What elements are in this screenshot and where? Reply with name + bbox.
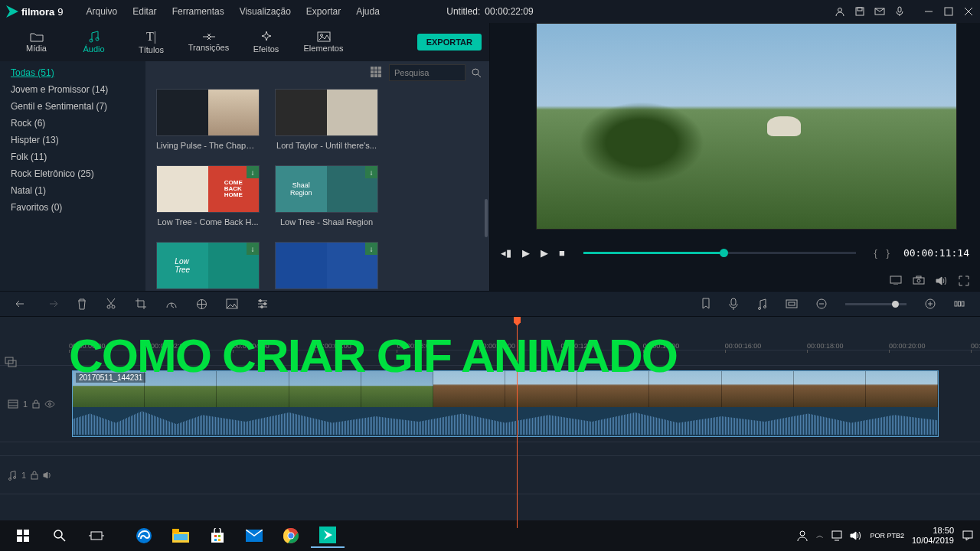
message-icon[interactable] bbox=[874, 6, 885, 17]
svg-rect-53 bbox=[17, 536, 22, 542]
mark-in-out-icon[interactable]: { } bbox=[874, 247, 893, 259]
sidebar-item-hipster[interactable]: Hispter (13) bbox=[0, 132, 145, 148]
store-app-icon[interactable] bbox=[201, 523, 234, 548]
close-icon[interactable] bbox=[963, 6, 974, 17]
lock-icon[interactable] bbox=[31, 471, 38, 480]
play-icon[interactable]: ▶ bbox=[522, 247, 530, 259]
notifications-icon[interactable] bbox=[962, 530, 974, 542]
people-icon[interactable] bbox=[796, 530, 808, 542]
green-screen-icon[interactable] bbox=[226, 298, 238, 309]
search-icon[interactable] bbox=[472, 68, 482, 78]
mail-app-icon[interactable] bbox=[237, 523, 271, 548]
prev-frame-icon[interactable]: ◂▮ bbox=[501, 247, 511, 259]
zoom-out-icon[interactable] bbox=[816, 298, 827, 309]
save-icon[interactable] bbox=[854, 6, 865, 17]
search-input[interactable]: Pesquisa bbox=[389, 64, 466, 81]
menu-visualizacao[interactable]: Visualização bbox=[232, 2, 299, 21]
sidebar-item-favoritos[interactable]: Favoritos (0) bbox=[0, 199, 145, 216]
record-icon[interactable] bbox=[729, 298, 738, 310]
download-icon[interactable]: ↓ bbox=[365, 243, 377, 255]
audio-item[interactable]: Lord Taylor - Until there's... bbox=[275, 89, 378, 150]
crop-icon[interactable] bbox=[135, 298, 147, 310]
stop-icon[interactable]: ■ bbox=[559, 247, 565, 259]
doc-name: Untitled: bbox=[446, 6, 480, 17]
search-button[interactable] bbox=[43, 523, 77, 548]
network-icon[interactable] bbox=[831, 530, 842, 541]
redo-icon[interactable] bbox=[46, 298, 58, 309]
task-view-button[interactable] bbox=[80, 523, 113, 548]
undo-icon[interactable] bbox=[15, 298, 28, 309]
edge-app-icon[interactable] bbox=[127, 523, 161, 548]
start-button[interactable] bbox=[6, 523, 40, 548]
sidebar-item-gentil[interactable]: Gentil e Sentimental (7) bbox=[0, 98, 145, 115]
export-button[interactable]: EXPORTAR bbox=[417, 34, 482, 51]
sidebar-item-folk[interactable]: Folk (11) bbox=[0, 148, 145, 165]
zoom-fit-icon[interactable] bbox=[954, 298, 965, 309]
scrollbar[interactable] bbox=[485, 199, 488, 237]
adjust-icon[interactable] bbox=[256, 298, 269, 309]
zoom-slider[interactable] bbox=[845, 303, 906, 305]
color-icon[interactable] bbox=[196, 298, 207, 310]
tab-audio[interactable]: Áudio bbox=[65, 28, 122, 57]
filmora-app-icon[interactable] bbox=[311, 523, 345, 548]
volume-icon[interactable] bbox=[936, 276, 948, 286]
chrome-app-icon[interactable] bbox=[274, 523, 308, 548]
audio-track-1[interactable]: 1 bbox=[0, 456, 980, 494]
fullscreen-icon[interactable] bbox=[959, 276, 969, 286]
tray-chevron-icon[interactable]: ︿ bbox=[816, 530, 824, 541]
sidebar-item-eletronico[interactable]: Rock Eletrônico (25) bbox=[0, 165, 145, 182]
account-icon[interactable] bbox=[835, 6, 845, 17]
cut-icon[interactable] bbox=[106, 298, 116, 310]
download-icon[interactable]: ↓ bbox=[365, 166, 377, 178]
menu-exportar[interactable]: Exportar bbox=[299, 2, 348, 21]
tab-transicoes[interactable]: Transições bbox=[180, 29, 237, 55]
tray-volume-icon[interactable] bbox=[850, 530, 862, 541]
thumb-label: Lord Taylor - Until there's... bbox=[275, 141, 378, 150]
tab-midia[interactable]: Mídia bbox=[8, 28, 65, 56]
zoom-in-icon[interactable] bbox=[925, 298, 936, 309]
sidebar-item-jovem[interactable]: Jovem e Promissor (14) bbox=[0, 81, 145, 98]
tab-titulos[interactable]: T|Títulos bbox=[122, 27, 180, 57]
svg-rect-39 bbox=[959, 302, 961, 306]
preview-viewport[interactable] bbox=[536, 23, 957, 230]
audio-item[interactable]: Living Pulse - The Chapm... bbox=[156, 89, 260, 150]
render-icon[interactable] bbox=[786, 299, 798, 308]
audio-item[interactable]: ShaalRegion↓Low Tree - Shaal Region bbox=[275, 165, 378, 227]
menu-editar[interactable]: Editar bbox=[125, 2, 164, 21]
language-indicator[interactable]: POR PTB2 bbox=[870, 533, 904, 540]
download-icon[interactable]: ↓ bbox=[247, 166, 259, 178]
progress-bar[interactable] bbox=[583, 252, 856, 254]
sidebar-item-rock[interactable]: Rock (6) bbox=[0, 115, 145, 132]
explorer-app-icon[interactable] bbox=[164, 523, 198, 548]
svg-rect-63 bbox=[174, 534, 188, 540]
audio-item[interactable]: ↓ bbox=[275, 242, 378, 289]
mixer-icon[interactable] bbox=[756, 298, 767, 310]
snapshot-icon[interactable] bbox=[913, 276, 925, 286]
mic-icon[interactable] bbox=[894, 6, 905, 17]
menu-arquivo[interactable]: Arquivo bbox=[79, 2, 126, 21]
eye-icon[interactable] bbox=[44, 400, 55, 408]
audio-item[interactable]: COMEBACKHOME↓Low Tree - Come Back H... bbox=[156, 165, 260, 227]
thumb-label: Living Pulse - The Chapm... bbox=[156, 141, 260, 150]
grid-view-icon[interactable] bbox=[371, 67, 383, 79]
sidebar-item-todas[interactable]: Todas (51) bbox=[0, 64, 145, 81]
speaker-icon[interactable] bbox=[43, 471, 54, 480]
tab-efeitos[interactable]: Efeitos bbox=[237, 28, 295, 57]
audio-item[interactable]: LowTree↓ bbox=[156, 242, 260, 289]
menu-ajuda[interactable]: Ajuda bbox=[348, 2, 387, 21]
delete-icon[interactable] bbox=[77, 298, 87, 310]
display-icon[interactable] bbox=[890, 276, 902, 286]
marker-icon[interactable] bbox=[701, 298, 710, 310]
tab-elementos[interactable]: Elementos bbox=[295, 28, 352, 56]
speed-icon[interactable] bbox=[165, 298, 178, 309]
sidebar-item-natal[interactable]: Natal (1) bbox=[0, 182, 145, 199]
lock-icon[interactable] bbox=[32, 399, 40, 409]
minimize-icon[interactable] bbox=[923, 6, 934, 17]
maximize-icon[interactable] bbox=[943, 6, 954, 17]
menu-ferramentas[interactable]: Ferramentas bbox=[165, 2, 232, 21]
next-frame-icon[interactable]: ▶ bbox=[541, 247, 548, 259]
download-icon[interactable]: ↓ bbox=[247, 243, 259, 255]
taskbar-clock[interactable]: 18:50 10/04/2019 bbox=[912, 526, 954, 546]
svg-point-16 bbox=[917, 279, 920, 282]
text-icon: T| bbox=[146, 30, 156, 44]
